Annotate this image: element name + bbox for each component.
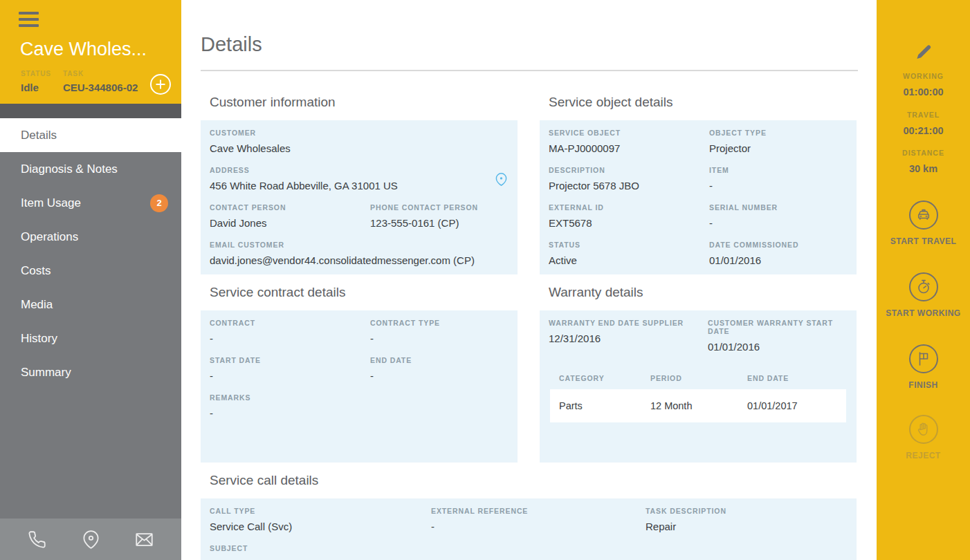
task-number: CEU-344806-02 xyxy=(63,82,140,93)
field-value: 123-555-0161 (CP) xyxy=(370,217,507,230)
phone-icon[interactable] xyxy=(28,530,46,549)
reject-button[interactable]: REJECT xyxy=(877,415,970,460)
distance-metric: DISTANCE 30 km xyxy=(877,149,970,174)
field-value: - xyxy=(210,407,507,420)
column-header-period: PERIOD xyxy=(650,374,747,382)
field-value: Projector 5678 JBO xyxy=(549,180,709,192)
field-label: SERVICE OBJECT xyxy=(549,129,709,137)
start-working-label: START WORKING xyxy=(886,308,960,318)
sidebar-item-label: Item Usage xyxy=(21,196,81,210)
field-remarks: REMARKS - xyxy=(210,393,507,420)
working-label: WORKING xyxy=(877,72,970,80)
edit-pencil-icon[interactable] xyxy=(915,44,932,61)
finish-button[interactable]: FINISH xyxy=(877,344,970,390)
sidebar-item-summary[interactable]: Summary xyxy=(0,355,181,389)
hamburger-menu-icon[interactable] xyxy=(19,12,39,28)
cell-period: 12 Month xyxy=(650,400,747,411)
field-value: Projector xyxy=(709,142,846,155)
field-item: ITEM - xyxy=(709,166,846,192)
working-timer: WORKING 01:00:00 xyxy=(877,72,970,97)
warranty-table-row: Parts 12 Month 01/01/2017 xyxy=(550,389,846,422)
flag-icon xyxy=(909,344,938,373)
field-label: CUSTOMER xyxy=(210,129,507,137)
sidebar-item-label: Details xyxy=(21,129,57,142)
task-label: TASK xyxy=(63,70,140,77)
sidebar-item-operations[interactable]: Operations xyxy=(0,220,181,254)
field-label: ITEM xyxy=(709,166,846,174)
field-value: Service Call (Svc) xyxy=(210,521,431,533)
title-divider xyxy=(201,70,858,71)
field-customer: CUSTOMER Cave Wholesales xyxy=(210,129,507,155)
section-title-service-contract-details: Service contract details xyxy=(201,274,518,310)
start-working-button[interactable]: START WORKING xyxy=(877,272,970,318)
sidebar-item-item-usage[interactable]: Item Usage2 xyxy=(0,186,181,220)
field-value: Active xyxy=(549,254,709,267)
field-value: 01/01/2016 xyxy=(709,254,846,267)
field-label: DESCRIPTION xyxy=(549,166,709,174)
add-icon[interactable] xyxy=(150,74,171,95)
address-map-pin-icon[interactable] xyxy=(495,173,508,186)
field-service-object: SERVICE OBJECT MA-PJ0000097 xyxy=(549,129,709,155)
section-title-warranty-details: Warranty details xyxy=(540,274,857,310)
field-warranty-end-date-supplier: WARRANTY END DATE SUPPLIER 12/31/2016 xyxy=(549,319,708,353)
map-pin-icon[interactable] xyxy=(82,530,100,549)
field-phone-contact-person: PHONE CONTACT PERSON 123-555-0161 (CP) xyxy=(370,203,507,230)
field-external-reference: EXTERNAL REFERENCE - xyxy=(431,507,646,533)
column-header-category: CATEGORY xyxy=(559,374,650,382)
left-panel: Cave Wholes... STATUS Idle TASK CEU-3448… xyxy=(0,0,181,560)
sidebar-item-history[interactable]: History xyxy=(0,321,181,355)
field-label: CALL TYPE xyxy=(210,507,431,515)
field-label: END DATE xyxy=(370,356,507,364)
field-value: - xyxy=(210,333,370,345)
field-value: Repair xyxy=(646,521,846,533)
sidebar-divider-strip xyxy=(0,104,181,118)
sidebar-item-details[interactable]: Details xyxy=(0,118,181,152)
section-title-customer-information: Customer information xyxy=(201,84,518,120)
field-object-type: OBJECT TYPE Projector xyxy=(709,129,846,155)
field-value: - xyxy=(431,521,646,533)
warranty-table-header: CATEGORY PERIOD END DATE xyxy=(550,374,846,389)
start-travel-label: START TRAVEL xyxy=(890,236,957,246)
field-task-description: TASK DESCRIPTION Repair xyxy=(646,507,846,533)
hand-icon xyxy=(909,415,938,444)
field-external-id: EXTERNAL ID EXT5678 xyxy=(549,203,709,230)
field-value: 01/01/2016 xyxy=(708,341,846,353)
field-label: ADDRESS xyxy=(210,166,507,174)
distance-label: DISTANCE xyxy=(877,149,970,157)
field-label: WARRANTY END DATE SUPPLIER xyxy=(549,319,708,327)
field-label: CONTACT PERSON xyxy=(210,203,370,212)
travel-label: TRAVEL xyxy=(877,111,970,119)
finish-label: FINISH xyxy=(908,380,937,390)
travel-value: 00:21:00 xyxy=(877,125,970,136)
mail-icon[interactable] xyxy=(135,530,154,549)
field-label: START DATE xyxy=(210,356,370,364)
status-value: Idle xyxy=(21,82,51,93)
field-label: CONTRACT TYPE xyxy=(370,319,507,327)
field-label: SUBJECT xyxy=(210,544,846,552)
sidebar-item-diagnosis-notes[interactable]: Diagnosis & Notes xyxy=(0,152,181,186)
field-call-type: CALL TYPE Service Call (Svc) xyxy=(210,507,431,533)
warranty-table: CATEGORY PERIOD END DATE Parts 12 Month … xyxy=(550,374,846,422)
contact-action-bar xyxy=(0,519,181,560)
travel-timer: TRAVEL 00:21:00 xyxy=(877,111,970,136)
field-label: EXTERNAL REFERENCE xyxy=(431,507,646,515)
car-icon xyxy=(909,200,938,230)
sidebar-item-costs[interactable]: Costs xyxy=(0,254,181,288)
start-travel-button[interactable]: START TRAVEL xyxy=(877,200,970,246)
page-title: Details xyxy=(201,33,262,56)
field-contact-person: CONTACT PERSON David Jones xyxy=(210,203,370,230)
field-label: REMARKS xyxy=(210,393,507,402)
left-column: Customer information CUSTOMER Cave Whole… xyxy=(201,84,518,463)
field-label: DATE COMMISSIONED xyxy=(709,241,846,249)
field-label: STATUS xyxy=(549,241,709,249)
field-value: Cave Wholesales xyxy=(210,142,507,155)
service-contract-panel: CONTRACT - CONTRACT TYPE - START DATE - xyxy=(201,310,518,463)
field-end-date: END DATE - xyxy=(370,356,507,382)
sidebar-nav: Details Diagnosis & Notes Item Usage2 Op… xyxy=(0,118,181,389)
sidebar-item-media[interactable]: Media xyxy=(0,288,181,321)
status-block: STATUS Idle xyxy=(21,70,51,93)
service-object-panel: SERVICE OBJECT MA-PJ0000097 OBJECT TYPE … xyxy=(540,120,857,274)
cell-end-date: 01/01/2017 xyxy=(747,400,846,411)
field-subject: SUBJECT Repair xyxy=(210,544,846,560)
warranty-panel: WARRANTY END DATE SUPPLIER 12/31/2016 CU… xyxy=(540,310,857,463)
